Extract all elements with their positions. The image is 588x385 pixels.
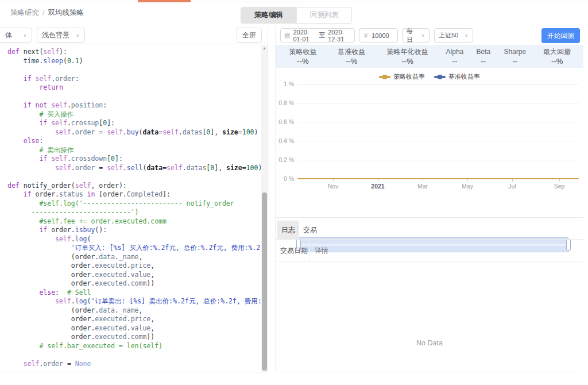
log-tabs: 日志 交易 [276,221,583,240]
y-axis-tick: 0.2 % [276,156,294,163]
stat-value: --% [276,56,330,66]
code-line: #self.fee += order.executed.comm [7,217,261,226]
benchmark-value: 上证50 [439,31,458,40]
tab-backtest-list[interactable]: 回测列表 [296,7,351,23]
theme-select[interactable]: 浅色背景 ∨ [37,28,85,43]
section-divider [276,217,583,218]
date-end: 2020-12-31 [328,29,351,43]
date-range-input[interactable]: ▦ 2020-01-01 至 2020-12-31 [280,28,355,43]
code-line: self.order = self.sell(data=self.datas[0… [7,164,261,173]
code-line: else: # Sell [7,288,261,298]
code-line: if not self.position: [7,101,261,110]
code-line: # 卖出操作 [7,146,261,155]
code-line: if self.order: [7,75,261,84]
run-backtest-button[interactable]: 开始回测 [541,28,580,43]
gridline-rule [297,160,579,160]
x-axis-tick: May [450,183,485,190]
main-tabs: 策略编辑 回测列表 [241,7,352,24]
chevron-down-icon: ∨ [465,33,469,38]
x-axis-tick: Jul [495,183,529,190]
code-line: # 买入操作 [7,110,261,120]
gridline: 1 % [276,84,579,84]
code-line: return [7,83,261,93]
tab-trades[interactable]: 交易 [299,221,321,239]
stat-label: 最大回撤 [531,47,583,56]
code-line [7,172,261,182]
scroll-up-arrow-icon[interactable]: ▲ [261,46,268,50]
y-axis-tick: 0.6 % [276,118,294,125]
font-select-value: 体 [5,30,12,40]
code-line [7,93,261,102]
code-line: '订单买入: [%s] 买入价:%.2f元, 总价:%.2f元, 费用:%.2f… [7,244,261,253]
stat-label: Sharpe [499,47,531,56]
calendar-icon: ▦ [284,32,290,39]
code-line: (order.data._name, [7,306,261,315]
font-select[interactable]: 体 ∨ [0,28,32,43]
currency-icon: ¥ [364,32,368,39]
stat-label: 基准收益 [330,47,373,56]
code-line: else: [7,137,261,146]
date-start: 2020-01-01 [293,29,316,43]
code-line: order.executed.price, [7,261,261,271]
scrollbar-thumb[interactable] [262,192,267,371]
capital-input[interactable]: ¥ 10000 [359,28,398,43]
tab-log[interactable]: 日志 [277,221,299,239]
stat-0: 策略收益--% [276,47,330,66]
code-line: order.executed.value, [7,271,261,280]
tab-strategy-edit[interactable]: 策略编辑 [241,7,296,23]
x-axis-tick-mark [333,179,334,182]
stat-3: Alpha-- [442,47,467,66]
strategy-return-line [297,178,579,179]
code-line: self.log('订单卖出: [%s] 卖出价:%.2f元, 总价:%.2f,… [7,297,261,306]
legend-strategy[interactable]: 策略收益率 [379,72,425,81]
code-line: order.executed.value, [7,324,261,333]
backtest-panel: ▦ 2020-01-01 至 2020-12-31 ¥ 10000 每日 ∨ 上… [275,26,583,372]
returns-chart: 策略收益率 基准收益率 1 %0.8 %0.6 %0.4 %0.2 %0 %No… [276,69,583,191]
code-line: if order.isbuy(): [7,226,261,235]
x-axis-tick-mark [378,179,378,182]
gridline: 0.2 % [276,160,579,160]
legend-benchmark-label: 基准收益率 [448,72,480,81]
frequency-select[interactable]: 每日 ∨ [402,28,430,43]
stat-value: -- [467,56,499,66]
code-line: order.executed.comm)) [7,333,261,342]
code-line: self.order = None [7,360,261,369]
x-axis-tick-mark [559,179,560,182]
gridline: 0.4 % [276,141,579,141]
y-axis-tick: 0.4 % [276,137,294,144]
y-axis-tick: 0.8 % [276,99,294,106]
legend-strategy-label: 策略收益率 [393,72,425,81]
x-axis-tick: 2021 [361,183,395,190]
editor-toolbar: 体 ∨ 浅色背景 ∨ 全屏 [0,26,268,44]
gridline-rule [297,122,579,122]
stat-6: 最大回撤--% [531,47,583,66]
breadcrumb-section[interactable]: 策略研究 [10,9,39,17]
code-editor[interactable]: def next(self): time.sleep(0.1) if self.… [0,45,261,372]
y-axis-tick: 0 % [276,175,294,182]
code-line: order.executed.price, [7,315,261,324]
code-line: (order.data._name, [7,253,261,262]
x-axis-tick-mark [467,179,468,182]
capital-value: 10000 [372,32,389,39]
theme-select-value: 浅色背景 [42,30,69,40]
editor-scrollbar[interactable]: ▲ [261,45,268,372]
breadcrumb: 策略研究/双均线策略 [10,8,84,18]
code-line: if self.crossdown[0]: [7,155,261,164]
breadcrumb-separator: / [42,9,44,17]
code-line: def next(self): [7,48,261,57]
code-line [7,66,261,75]
code-line: # self.bar_executed = len(self) [7,342,261,351]
benchmark-select[interactable]: 上证50 ∨ [434,28,473,43]
code-line: time.sleep(0.1) [7,57,261,66]
fullscreen-button[interactable]: 全屏 [237,28,262,43]
legend-benchmark[interactable]: 基准收益率 [434,72,480,81]
top-accent-bar [138,0,191,2]
code-line: if order.status in [order.Completed]: [7,190,261,199]
code-line: order.executed.comm)) [7,279,261,288]
x-axis-tick: Nov [316,183,350,190]
code-line: self.log( [7,235,261,244]
date-separator: 至 [319,31,325,40]
stats-row: 策略收益--%基准收益--%策略年化收益--%Alpha--Beta--Shar… [276,45,583,68]
stat-2: 策略年化收益--% [373,47,442,66]
stat-value: --% [330,56,373,66]
